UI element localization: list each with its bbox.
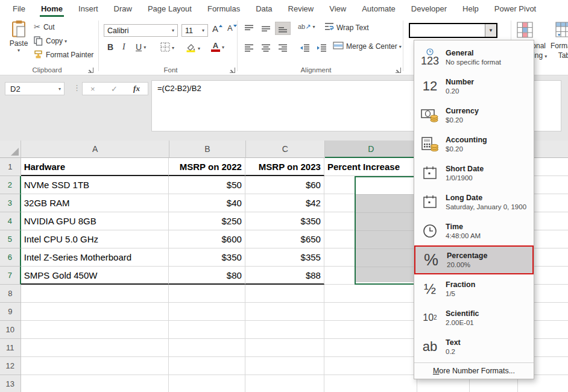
cell-d10[interactable] [324, 321, 417, 339]
underline-button[interactable]: U▾ [136, 42, 146, 52]
row-header-11[interactable]: 11 [0, 339, 21, 357]
number-format-dropdown-arrow-icon[interactable]: ▼ [485, 24, 496, 37]
cell-c5[interactable]: $650 [245, 230, 324, 248]
cell-a8[interactable] [21, 285, 169, 303]
align-center-button[interactable] [258, 41, 274, 54]
tab-file[interactable]: File [5, 0, 33, 17]
format-option-scientific[interactable]: 102 Scientific2.00E-01 [414, 303, 534, 332]
conditional-formatting-button[interactable] [517, 22, 533, 40]
cell-a7[interactable]: SMPS Gold 450W [21, 267, 169, 285]
select-all-corner[interactable] [0, 141, 21, 158]
cell-b3[interactable]: $40 [169, 194, 245, 212]
column-header-a[interactable]: A [21, 141, 169, 158]
tab-page-layout[interactable]: Page Layout [140, 0, 200, 17]
cell-a1[interactable]: Hardware [21, 158, 169, 176]
cell-d11[interactable] [324, 339, 417, 357]
cancel-icon[interactable]: × [90, 84, 95, 93]
cell-d12[interactable] [324, 357, 417, 375]
cell-c2[interactable]: $60 [245, 176, 324, 194]
cell-b6[interactable]: $350 [169, 248, 245, 267]
cell-a13[interactable] [21, 375, 169, 392]
cell-a6[interactable]: Intel Z-Series Motherboard [21, 248, 169, 267]
cell-b13[interactable] [169, 375, 245, 392]
cell-c1[interactable]: MSRP on 2023 [245, 158, 324, 176]
clipboard-dialog-launcher-icon[interactable] [88, 68, 93, 73]
cell-c7[interactable]: $88 [245, 267, 324, 285]
tab-developer[interactable]: Developer [403, 0, 455, 17]
row-header-2[interactable]: 2 [0, 176, 21, 194]
row-header-6[interactable]: 6 [0, 248, 21, 267]
row-header-7[interactable]: 7 [0, 267, 21, 285]
tab-formulas[interactable]: Formulas [200, 0, 248, 17]
more-number-formats-item[interactable]: More Number Formats... [414, 363, 534, 379]
align-middle-button[interactable] [258, 22, 274, 35]
fill-color-button[interactable]: ▾ [186, 42, 200, 54]
cell-b11[interactable] [169, 339, 245, 357]
format-option-text[interactable]: ab Text0.2 [414, 332, 534, 361]
format-option-fraction[interactable]: ½ Fraction1/5 [414, 274, 534, 303]
row-header-8[interactable]: 8 [0, 285, 21, 303]
tab-power-pivot[interactable]: Power Pivot [487, 0, 544, 17]
orientation-button[interactable]: ab↗ ▾ [298, 23, 315, 31]
cell-a2[interactable]: NVMe SSD 1TB [21, 176, 169, 194]
copy-button[interactable]: Copy ▾ [34, 36, 67, 46]
cell-a12[interactable] [21, 357, 169, 375]
format-option-currency[interactable]: Currency$0.20 [414, 101, 534, 130]
row-header-13[interactable]: 13 [0, 375, 21, 392]
tab-automate[interactable]: Automate [354, 0, 403, 17]
cell-c12[interactable] [245, 357, 324, 375]
format-option-accounting[interactable]: Accounting$0.20 [414, 130, 534, 159]
format-painter-button[interactable]: Format Painter [34, 50, 93, 59]
increase-font-size-button[interactable]: A [212, 24, 222, 34]
column-header-d[interactable]: D [325, 141, 418, 158]
format-as-table-button[interactable] [555, 22, 568, 40]
bold-button[interactable]: B [107, 42, 113, 52]
italic-button[interactable]: I [122, 42, 125, 52]
cell-b7[interactable]: $80 [169, 267, 245, 285]
merge-and-center-button[interactable]: Merge & Center ▾ [333, 42, 402, 51]
enter-icon[interactable]: ✓ [111, 84, 118, 93]
cell-b2[interactable]: $50 [169, 176, 245, 194]
decrease-indent-button[interactable] [297, 41, 312, 54]
tab-review[interactable]: Review [280, 0, 322, 17]
align-left-button[interactable] [241, 41, 257, 54]
font-size-select[interactable]: 11 ▾ [181, 24, 208, 37]
cell-c9[interactable] [245, 303, 324, 321]
cell-c13[interactable] [245, 375, 324, 392]
cell-c8[interactable] [245, 285, 324, 303]
cell-a11[interactable] [21, 339, 169, 357]
tab-insert[interactable]: Insert [71, 0, 106, 17]
row-header-5[interactable]: 5 [0, 230, 21, 248]
cell-a4[interactable]: NVIDIA GPU 8GB [21, 212, 169, 230]
cell-c4[interactable]: $350 [245, 212, 324, 230]
format-option-number[interactable]: 12 Number0.20 [414, 72, 534, 101]
row-header-1[interactable]: 1 [0, 158, 21, 176]
decrease-font-size-button[interactable]: A [227, 24, 237, 33]
align-bottom-button[interactable] [275, 22, 291, 35]
tab-help[interactable]: Help [455, 0, 487, 17]
format-option-long-date[interactable]: Long DateSaturday, January 0, 1900 [414, 188, 534, 217]
cell-d13[interactable] [324, 375, 417, 392]
font-color-button[interactable]: A ▾ [211, 42, 224, 52]
cell-b8[interactable] [169, 285, 245, 303]
borders-button[interactable]: ▾ [160, 42, 174, 54]
row-header-4[interactable]: 4 [0, 212, 21, 230]
cell-b10[interactable] [169, 321, 245, 339]
cell-b5[interactable]: $600 [169, 230, 245, 248]
cell-d9[interactable] [324, 303, 417, 321]
format-option-time[interactable]: Time4:48:00 AM [414, 217, 534, 245]
cell-a10[interactable] [21, 321, 169, 339]
align-right-button[interactable] [275, 41, 291, 54]
cell-d8[interactable] [324, 285, 417, 303]
cell-c11[interactable] [245, 339, 324, 357]
increase-indent-button[interactable] [314, 41, 329, 54]
tab-data[interactable]: Data [248, 0, 280, 17]
cell-d1[interactable]: Percent Increase [324, 158, 417, 176]
cell-b9[interactable] [169, 303, 245, 321]
cut-button[interactable]: ✂ Cut [34, 22, 55, 31]
paste-button[interactable]: Paste ▾ [6, 20, 31, 66]
tab-home[interactable]: Home [33, 0, 71, 17]
row-header-12[interactable]: 12 [0, 357, 21, 375]
cell-a3[interactable]: 32GB RAM [21, 194, 169, 212]
row-header-9[interactable]: 9 [0, 303, 21, 321]
